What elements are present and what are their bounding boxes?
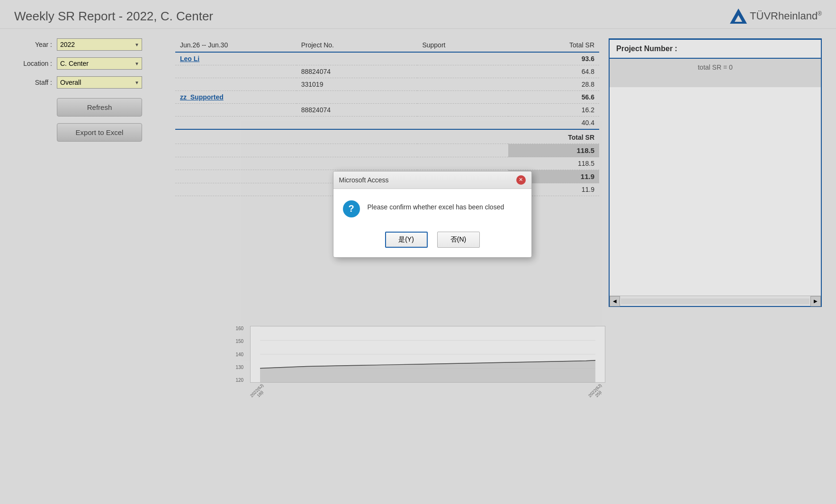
modal-overlay: Microsoft Access ✕ ? Please confirm whet… [0,0,836,504]
modal-question-icon: ? [343,200,360,217]
modal-yes-button[interactable]: 是(Y) [385,232,428,248]
modal-body: ? Please confirm whether excel has been … [333,189,531,227]
modal-buttons: 是(Y) 否(N) [333,227,531,257]
modal-message: Please confirm whether excel has been cl… [368,200,504,211]
modal-dialog: Microsoft Access ✕ ? Please confirm whet… [333,171,532,258]
modal-titlebar: Microsoft Access ✕ [333,171,531,189]
modal-no-button[interactable]: 否(N) [437,232,480,248]
modal-title: Microsoft Access [339,176,389,184]
modal-close-button[interactable]: ✕ [516,175,526,185]
